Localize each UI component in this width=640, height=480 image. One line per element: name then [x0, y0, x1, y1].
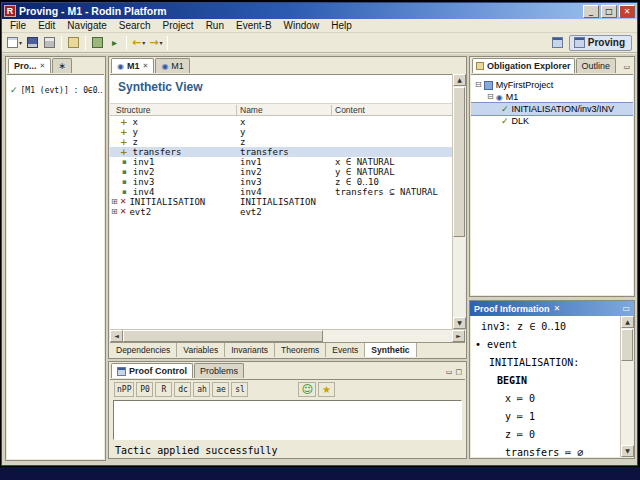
- scroll-right-icon[interactable]: ►: [452, 330, 465, 342]
- invariant-icon: ▪: [122, 177, 127, 187]
- table-row[interactable]: ▪inv2 inv2 y ∈ NATURAL: [110, 167, 452, 177]
- new-project-button[interactable]: [65, 34, 82, 51]
- proof-tree-node[interactable]: ✓ [M1 (evt)] : 0∈0‥10: [7, 85, 104, 95]
- page-tab-dependencies[interactable]: Dependencies: [110, 343, 177, 357]
- collapse-icon[interactable]: ⊟: [475, 80, 482, 90]
- page-tab-theorems[interactable]: Theorems: [275, 343, 326, 357]
- column-content[interactable]: Content: [335, 105, 365, 115]
- open-perspective-button[interactable]: [549, 34, 566, 51]
- close-button[interactable]: ✕: [619, 5, 635, 18]
- table-row-selected[interactable]: +transfers transfers: [110, 147, 452, 157]
- cell-name: x: [240, 117, 332, 127]
- tree-item-machine[interactable]: ⊟ ◉ M1: [471, 91, 633, 103]
- run-button[interactable]: ▸: [106, 34, 123, 51]
- table-row[interactable]: ▪inv3 inv3 z ∈ 0‥10: [110, 177, 452, 187]
- machine-icon: ◉: [161, 62, 168, 71]
- tactic-ah-button[interactable]: ah: [193, 382, 210, 397]
- scroll-thumb[interactable]: [453, 87, 465, 237]
- page-tab-variables[interactable]: Variables: [177, 343, 225, 357]
- obligation-explorer-icon: [476, 62, 484, 70]
- view-minimize-icon[interactable]: ▭: [446, 368, 453, 376]
- view-minimize-icon[interactable]: ▭: [622, 304, 630, 313]
- tree-item-po[interactable]: ✓ DLK: [471, 115, 633, 127]
- page-tab-synthetic[interactable]: Synthetic: [365, 343, 416, 357]
- editor-vertical-scrollbar[interactable]: ▲ ▼: [452, 74, 465, 329]
- minimize-button[interactable]: _: [583, 5, 599, 18]
- menu-file[interactable]: File: [4, 20, 32, 31]
- table-row[interactable]: +x x: [110, 117, 452, 127]
- print-icon: [44, 37, 55, 48]
- proof-control-input[interactable]: [113, 400, 462, 440]
- proof-information-header[interactable]: Proof Information ✕ ▭: [470, 301, 634, 316]
- menu-help[interactable]: Help: [325, 20, 358, 31]
- view-maximize-icon[interactable]: □: [455, 368, 462, 376]
- editor-tab-label: M1: [127, 61, 140, 71]
- debug-button[interactable]: [89, 34, 106, 51]
- column-structure[interactable]: Structure: [116, 105, 151, 115]
- chevron-down-icon[interactable]: ▾: [159, 39, 162, 46]
- expand-icon[interactable]: ⊞: [111, 197, 118, 207]
- print-button[interactable]: [41, 34, 58, 51]
- table-row[interactable]: ▪inv1 inv1 x ∈ NATURAL: [110, 157, 452, 167]
- tab-outline[interactable]: Outline: [576, 58, 617, 73]
- tactic-review-button[interactable]: R: [155, 382, 172, 397]
- page-tab-invariants[interactable]: Invariants: [225, 343, 275, 357]
- lasso-button[interactable]: ★: [318, 382, 335, 397]
- new-wizard-button[interactable]: ▾: [5, 34, 24, 51]
- maximize-button[interactable]: □: [601, 5, 617, 18]
- tab-secondary-view[interactable]: ∗: [52, 58, 72, 73]
- perspective-proving-button[interactable]: Proving: [569, 35, 632, 51]
- table-row[interactable]: +y y: [110, 127, 452, 137]
- view-minimize-icon[interactable]: ▭: [623, 63, 630, 71]
- table-row[interactable]: ▪inv4 inv4 transfers ⊆ NATURAL: [110, 187, 452, 197]
- event-name: INITIALISATION:: [471, 354, 620, 372]
- column-name[interactable]: Name: [240, 105, 263, 115]
- tab-proof-control[interactable]: Proof Control: [111, 363, 193, 378]
- scroll-left-icon[interactable]: ◄: [110, 330, 123, 342]
- editor-horizontal-scrollbar[interactable]: ◄ ►: [110, 329, 465, 342]
- taskbar[interactable]: [0, 467, 640, 480]
- menu-search[interactable]: Search: [113, 20, 157, 31]
- menu-project[interactable]: Project: [157, 20, 200, 31]
- table-row[interactable]: ⊞✕evt2 evt2: [110, 207, 452, 217]
- table-row[interactable]: +z z: [110, 137, 452, 147]
- menu-navigate[interactable]: Navigate: [61, 20, 112, 31]
- scroll-up-icon[interactable]: ▲: [621, 316, 634, 328]
- chevron-down-icon[interactable]: ▾: [19, 39, 22, 46]
- back-button[interactable]: ← ▾: [130, 34, 147, 51]
- tree-item-project[interactable]: ⊟ MyFirstProject: [471, 79, 633, 91]
- tactic-sl-button[interactable]: sl: [231, 382, 248, 397]
- editor-tab-m1-inactive[interactable]: ◉ M1: [155, 58, 190, 73]
- close-icon[interactable]: ✕: [40, 62, 46, 70]
- expand-icon[interactable]: ⊞: [111, 207, 118, 217]
- scroll-thumb[interactable]: [123, 330, 323, 342]
- tab-problems[interactable]: Problems: [194, 363, 244, 378]
- tactic-dc-button[interactable]: dc: [174, 382, 191, 397]
- tactic-npp-button[interactable]: nPP: [114, 382, 134, 397]
- project-label: MyFirstProject: [496, 80, 554, 90]
- page-tab-events[interactable]: Events: [326, 343, 365, 357]
- menu-window[interactable]: Window: [278, 20, 326, 31]
- tab-obligation-explorer[interactable]: Obligation Explorer: [472, 58, 575, 73]
- menu-run[interactable]: Run: [200, 20, 230, 31]
- scroll-up-icon[interactable]: ▲: [453, 74, 466, 86]
- proof-information-scrollbar[interactable]: ▲ ▼: [620, 316, 633, 457]
- chevron-down-icon[interactable]: ▾: [142, 39, 145, 46]
- tree-item-po-selected[interactable]: ✓ INITIALISATION/inv3/INV: [471, 103, 633, 115]
- forward-button[interactable]: → ▾: [147, 34, 164, 51]
- table-row[interactable]: ⊞✕INITIALISATION INITIALISATION: [110, 197, 452, 207]
- menu-event-b[interactable]: Event-B: [230, 20, 278, 31]
- tab-proof-tree[interactable]: Pro... ✕: [8, 58, 51, 73]
- scroll-down-icon[interactable]: ▼: [453, 317, 466, 329]
- menu-edit[interactable]: Edit: [32, 20, 61, 31]
- save-button[interactable]: [24, 34, 41, 51]
- collapse-icon[interactable]: ⊟: [487, 92, 494, 102]
- scroll-down-icon[interactable]: ▼: [621, 445, 634, 457]
- editor-tab-m1-active[interactable]: ◉ M1 ✕: [111, 58, 154, 73]
- close-icon[interactable]: ✕: [554, 304, 561, 313]
- title-bar[interactable]: R Proving - M1 - Rodin Platform _ □ ✕: [2, 3, 637, 19]
- tactic-ae-button[interactable]: ae: [212, 382, 229, 397]
- close-icon[interactable]: ✕: [143, 62, 149, 70]
- scroll-thumb[interactable]: [621, 329, 633, 361]
- tactic-p0-button[interactable]: P0: [136, 382, 153, 397]
